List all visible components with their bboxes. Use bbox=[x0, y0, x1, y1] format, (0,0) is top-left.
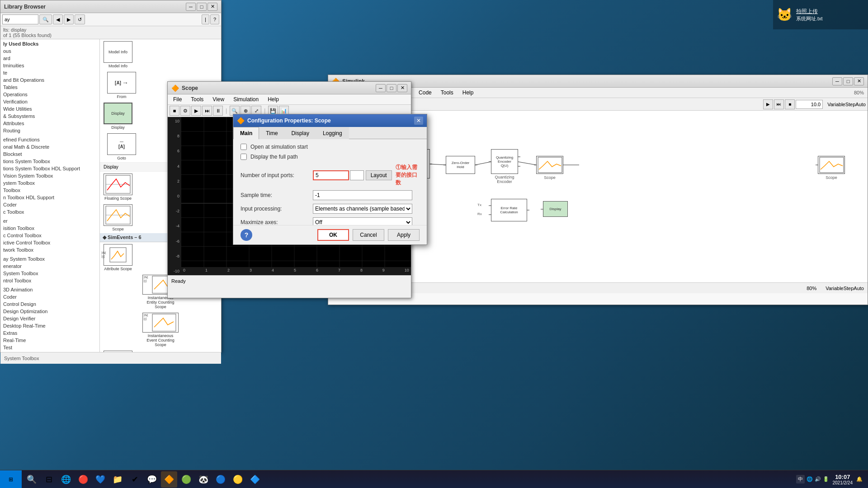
cancel-button[interactable]: Cancel bbox=[353, 229, 384, 241]
tree-item-isition[interactable]: isition Toolbox bbox=[1, 225, 99, 232]
block-from[interactable]: [A] → From bbox=[104, 70, 140, 101]
taskbar-matlab[interactable]: 🔶 bbox=[161, 471, 177, 488]
taskbar-app5[interactable]: 🔷 bbox=[247, 471, 263, 488]
block-scope[interactable]: Scope bbox=[100, 202, 136, 233]
taskbar-search[interactable]: 🔍 bbox=[24, 471, 40, 488]
tree-item-toolbox[interactable]: Toolbox bbox=[1, 187, 99, 194]
tree-item-system-toolbox2[interactable]: System Toolbox bbox=[1, 270, 99, 277]
sim-menu-code[interactable]: Code bbox=[417, 89, 434, 97]
layout-button[interactable]: Layout bbox=[366, 170, 392, 180]
search-button[interactable]: 🔍 bbox=[39, 14, 52, 24]
library-search-input[interactable] bbox=[2, 14, 38, 24]
scope-settings-button[interactable]: ⚙ bbox=[180, 106, 190, 116]
block-model-info[interactable]: Model Info Model Info bbox=[100, 39, 136, 70]
tree-item-c-toolbox[interactable]: c Toolbox bbox=[1, 208, 99, 216]
block-scope-right[interactable] bbox=[818, 156, 845, 174]
taskbar-store[interactable]: 🔴 bbox=[75, 471, 91, 488]
tray-network[interactable]: 🌐 bbox=[807, 476, 813, 482]
tree-item-design-opt[interactable]: Design Optimization bbox=[1, 308, 99, 315]
tree-item-wide-utilities[interactable]: Wide Utilities bbox=[1, 105, 99, 113]
maximize-button[interactable]: □ bbox=[197, 3, 207, 11]
taskbar-files[interactable]: 📁 bbox=[109, 471, 126, 488]
block-goto[interactable]: — [A] Goto bbox=[104, 131, 140, 162]
taskbar-edge[interactable]: 🌐 bbox=[58, 471, 74, 488]
scope-maximize-button[interactable]: □ bbox=[387, 84, 396, 92]
tree-item-ctrl-design[interactable]: Control Design bbox=[1, 300, 99, 308]
taskbar-checkmark[interactable]: ✔ bbox=[127, 471, 143, 488]
tree-item-defined-funcs[interactable]: efined Functions bbox=[1, 136, 99, 143]
tree-item-er[interactable]: er bbox=[1, 217, 99, 225]
taskbar-clock[interactable]: 10:07 2021/2/24 bbox=[833, 474, 853, 485]
minimize-button[interactable]: ─ bbox=[186, 3, 196, 11]
tree-item-blockset[interactable]: Blockset bbox=[1, 150, 99, 158]
taskbar-app1[interactable]: 🟢 bbox=[178, 471, 194, 488]
help-button[interactable]: ? bbox=[210, 14, 219, 24]
tray-input-method[interactable]: 中 bbox=[796, 475, 805, 483]
tree-item-ntrol[interactable]: ntrol Toolbox bbox=[1, 277, 99, 284]
tab-time[interactable]: Time bbox=[259, 127, 284, 139]
tree-item-verif-valid[interactable]: Verification and Validation bbox=[1, 351, 99, 352]
scope-stop-button[interactable]: ■ bbox=[170, 106, 179, 116]
tree-item-operations[interactable]: Operations bbox=[1, 91, 99, 98]
block-display[interactable]: Display Display bbox=[100, 101, 136, 131]
tree-item-extras[interactable]: Extras bbox=[1, 329, 99, 337]
open-at-sim-start-checkbox[interactable] bbox=[241, 144, 247, 150]
close-button[interactable]: ✕ bbox=[208, 3, 217, 11]
taskbar-app2[interactable]: 🐼 bbox=[195, 471, 212, 488]
tree-item-real-time[interactable]: Real-Time bbox=[1, 337, 99, 344]
tree-item-design-verif[interactable]: Design Verifier bbox=[1, 315, 99, 322]
tree-item-coder2[interactable]: Coder bbox=[1, 293, 99, 300]
taskbar-vscode[interactable]: 💙 bbox=[92, 471, 108, 488]
taskbar-chat[interactable]: 💬 bbox=[144, 471, 160, 488]
scope-menu-help[interactable]: Help bbox=[266, 95, 281, 103]
tab-main[interactable]: Main bbox=[233, 127, 259, 139]
tree-item-sys-toolbox[interactable]: tions System Toolbox bbox=[1, 158, 99, 165]
apply-button[interactable]: Apply bbox=[388, 229, 420, 241]
tree-item-coder[interactable]: Coder bbox=[1, 201, 99, 208]
tree-item-generator[interactable]: enerator bbox=[1, 263, 99, 270]
tree-item-tables[interactable]: Tables bbox=[1, 84, 99, 91]
tree-item-3d-anim[interactable]: 3D Animation bbox=[1, 286, 99, 293]
tree-item-4[interactable]: tminuities bbox=[1, 62, 99, 69]
sim-step-button[interactable]: ⏭ bbox=[774, 99, 784, 109]
tray-notification[interactable]: 🔔 bbox=[856, 476, 863, 482]
sim-stop-button[interactable]: ■ bbox=[785, 99, 795, 109]
simulink-minimize-button[interactable]: ─ bbox=[832, 77, 842, 85]
tree-item-6[interactable]: and Bit Operations bbox=[1, 76, 99, 84]
tree-item-test[interactable]: Test bbox=[1, 344, 99, 351]
start-button[interactable]: ⊞ bbox=[0, 470, 22, 488]
display-full-path-checkbox[interactable] bbox=[241, 154, 247, 160]
tree-item-3[interactable]: ard bbox=[1, 55, 99, 62]
sample-time-field[interactable] bbox=[313, 190, 412, 200]
tree-item-control[interactable]: c Control Toolbox bbox=[1, 232, 99, 239]
tree-item-used-blocks[interactable]: ly Used Blocks bbox=[1, 40, 99, 47]
tree-item-ay-system[interactable]: ay System Toolbox bbox=[1, 255, 99, 263]
tab-display[interactable]: Display bbox=[285, 127, 316, 139]
sim-menu-tools[interactable]: Tools bbox=[439, 89, 455, 97]
sim-run-button[interactable]: ▶ bbox=[763, 99, 773, 109]
tree-item-twork[interactable]: twork Toolbox bbox=[1, 246, 99, 253]
tree-item-routing[interactable]: Routing bbox=[1, 127, 99, 134]
tree-item-verification[interactable]: Verification bbox=[1, 98, 99, 105]
sim-stop-time[interactable] bbox=[796, 100, 823, 109]
block-scope-canvas[interactable] bbox=[536, 156, 563, 174]
sync-button[interactable]: ↺ bbox=[75, 14, 85, 24]
tree-item-subsystems[interactable]: & Subsystems bbox=[1, 113, 99, 120]
tab-logging[interactable]: Logging bbox=[316, 127, 349, 139]
input-processing-select[interactable]: Elements as channels (sample based) bbox=[313, 204, 412, 214]
block-signal-scope[interactable]: Signal Scope bbox=[100, 349, 136, 352]
tree-item-desktop-rt[interactable]: Desktop Real-Time bbox=[1, 322, 99, 329]
tree-item-n-toolbox[interactable]: n Toolbox HDL Support bbox=[1, 194, 99, 201]
taskbar-app4[interactable]: 🟡 bbox=[230, 471, 246, 488]
nav-forward-button[interactable]: ▶ bbox=[64, 14, 74, 24]
sim-menu-help[interactable]: Help bbox=[461, 89, 476, 97]
upload-label[interactable]: 拍照上传 bbox=[796, 8, 823, 15]
taskbar-app3[interactable]: 🔵 bbox=[212, 471, 229, 488]
scope-close-button[interactable]: ✕ bbox=[397, 84, 407, 92]
tree-item-sys-toolbox-hdl[interactable]: tions System Toolbox HDL Support bbox=[1, 165, 99, 172]
block-inst-event[interactable]: ⟩N⟨⟩|⟨ Instantaneous Event Counting Scop… bbox=[100, 311, 221, 349]
tray-volume[interactable]: 🔊 bbox=[815, 476, 821, 482]
help-icon[interactable]: ? bbox=[241, 229, 252, 241]
tree-item-attributes[interactable]: Attributes bbox=[1, 120, 99, 127]
scope-menu-file[interactable]: File bbox=[171, 95, 184, 103]
